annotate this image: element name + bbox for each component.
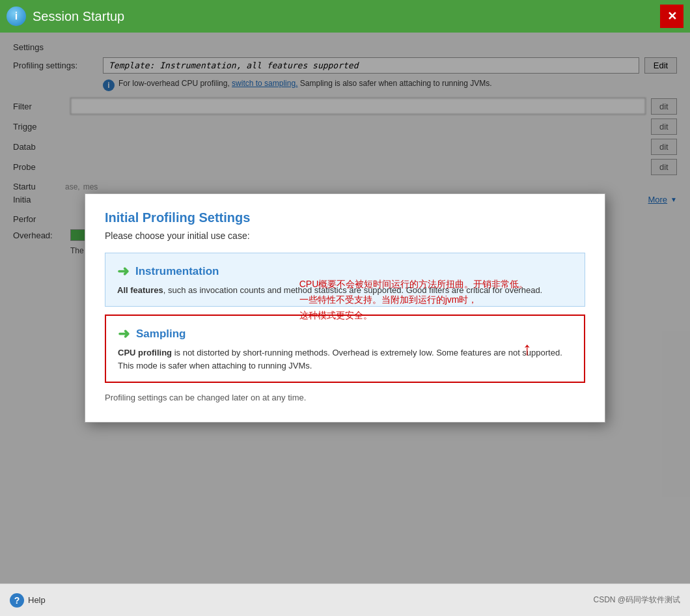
instrumentation-desc-rest: , such as invocation counts and method s… bbox=[163, 285, 542, 295]
title-bar: i Session Startup ✕ bbox=[0, 0, 690, 33]
watermark-text: CSDN @码同学软件测试 bbox=[593, 595, 680, 606]
help-label: Help bbox=[28, 595, 46, 605]
sampling-option[interactable]: ➜ Sampling CPU profiling is not distorte… bbox=[105, 315, 585, 383]
main-window: i Session Startup ✕ Settings Profiling s… bbox=[0, 0, 690, 616]
sampling-title: Sampling bbox=[136, 328, 186, 341]
modal-title: Initial Profiling Settings bbox=[105, 210, 585, 225]
sampling-wrapper: CPU概要不会被短时间运行的方法所扭曲。开销非常低。 一些特性不受支持。当附加到… bbox=[105, 315, 585, 383]
main-content: Settings Profiling settings: Template: I… bbox=[0, 33, 690, 583]
title-bar-left: i Session Startup bbox=[7, 7, 124, 26]
window-title: Session Startup bbox=[33, 9, 124, 24]
help-icon: ? bbox=[10, 593, 24, 608]
instrumentation-arrow-icon: ➜ bbox=[117, 263, 129, 280]
red-arrow-icon: ↑ bbox=[523, 339, 532, 359]
sampling-arrow-icon: ➜ bbox=[118, 326, 130, 343]
modal-dialog: Initial Profiling Settings Please choose… bbox=[85, 193, 605, 423]
instrumentation-option[interactable]: ➜ Instrumentation All features, such as … bbox=[105, 253, 585, 307]
instrumentation-desc: All features, such as invocation counts … bbox=[117, 284, 573, 297]
close-button[interactable]: ✕ bbox=[660, 5, 683, 28]
modal-subtitle: Please choose your initial use case: bbox=[105, 231, 585, 241]
sampling-desc: CPU profiling is not distorted by short-… bbox=[118, 346, 572, 372]
help-button[interactable]: ? Help bbox=[10, 593, 46, 608]
sampling-desc-rest: is not distorted by short-running method… bbox=[118, 348, 562, 371]
bottom-bar: ? Help CSDN @码同学软件测试 bbox=[0, 583, 690, 616]
instrumentation-desc-bold: All features bbox=[117, 285, 163, 295]
sampling-header: ➜ Sampling bbox=[118, 326, 572, 343]
app-icon: i bbox=[7, 7, 26, 26]
instrumentation-header: ➜ Instrumentation bbox=[117, 263, 573, 280]
modal-footer: Profiling settings can be changed later … bbox=[105, 393, 585, 402]
sampling-desc-bold: CPU profiling bbox=[118, 348, 172, 357]
instrumentation-title: Instrumentation bbox=[135, 265, 219, 278]
modal-overlay: Initial Profiling Settings Please choose… bbox=[0, 33, 690, 583]
